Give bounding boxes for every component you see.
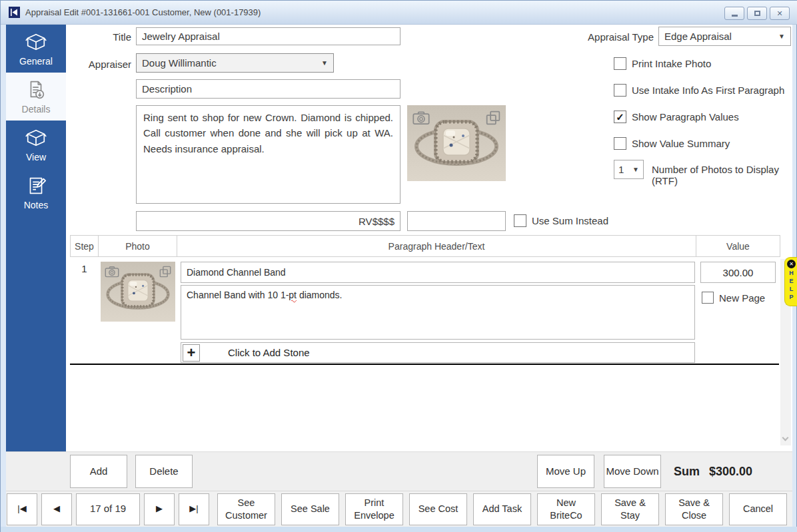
- copy-photos-icon[interactable]: [486, 111, 500, 125]
- sidebar-tab-label: View: [26, 152, 46, 162]
- photos-count-label: Number of Photos to Display (RTF): [652, 164, 792, 186]
- misspelled-word: pt: [289, 290, 297, 300]
- row-divider: [70, 364, 779, 365]
- package-icon: [25, 127, 47, 149]
- new-page-label: New Page: [719, 292, 765, 304]
- photos-count-dropdown[interactable]: 1 ▼: [614, 160, 644, 179]
- print-envelope-button[interactable]: Print Envelope: [345, 493, 403, 525]
- sidebar-tab-view[interactable]: View: [6, 121, 66, 168]
- minimize-button[interactable]: [724, 7, 744, 20]
- previous-record-button[interactable]: ◀: [41, 493, 72, 525]
- delete-button[interactable]: Delete: [135, 455, 193, 488]
- move-down-button[interactable]: Move Down: [604, 455, 661, 488]
- sidebar-tab-general[interactable]: General: [6, 25, 66, 73]
- sum-label: Sum: [674, 465, 700, 479]
- close-button[interactable]: ✕: [770, 7, 790, 20]
- help-close-icon[interactable]: ✕: [787, 260, 796, 268]
- sidebar-tab-label: Notes: [24, 200, 49, 210]
- column-header-paragraph: Paragraph Header/Text: [177, 235, 696, 257]
- column-header-value: Value: [696, 235, 780, 257]
- sidebar-tab-details[interactable]: Details: [6, 73, 66, 121]
- window-frame-bottom: [1, 527, 797, 532]
- move-up-button[interactable]: Move Up: [537, 455, 594, 488]
- chevron-down-icon: ▼: [321, 59, 328, 67]
- total-value-input[interactable]: [407, 211, 506, 231]
- add-stone-button[interactable]: + Click to Add Stone: [181, 342, 695, 363]
- title-label: Title: [79, 31, 131, 43]
- column-header-photo: Photo: [99, 235, 177, 257]
- use-sum-checkbox-row: Use Sum Instead: [514, 214, 608, 227]
- use-intake-info-label: Use Intake Info As First Paragraph: [632, 85, 784, 96]
- intake-notes-textarea[interactable]: Ring sent to shop for new Crown. Diamond…: [136, 105, 400, 204]
- paragraph-table-header: Step Photo Paragraph Header/Text Value: [70, 235, 780, 257]
- see-cost-button[interactable]: See Cost: [409, 493, 467, 525]
- camera-icon[interactable]: [412, 111, 430, 125]
- title-input[interactable]: Jewelry Appraisal: [136, 27, 400, 45]
- sidebar-tab-notes[interactable]: Notes: [6, 168, 66, 216]
- show-paragraph-values-row: ✓ Show Paragraph Values: [614, 111, 739, 123]
- paragraph-header-input[interactable]: Diamond Channel Band: [181, 262, 695, 283]
- add-stone-label: Click to Add Stone: [228, 347, 310, 358]
- print-intake-photo-row: Print Intake Photo: [614, 57, 711, 70]
- navigation-bar: |◀ ◀ 17 of 19 ▶ ▶| See Customer See Sale…: [6, 491, 792, 527]
- show-value-summary-row: Show Value Summary: [614, 137, 730, 150]
- add-task-button[interactable]: Add Task: [473, 493, 531, 525]
- add-button[interactable]: Add: [70, 455, 127, 488]
- new-briteco-button[interactable]: New BriteCo: [537, 493, 595, 525]
- column-header-step: Step: [70, 235, 99, 257]
- details-panel: Title Jewelry Appraisal Appraiser Doug W…: [66, 25, 792, 451]
- rv-value-input[interactable]: RV$$$$: [136, 211, 400, 231]
- appraisal-type-dropdown[interactable]: Edge Appraisal ▼: [658, 27, 791, 46]
- print-intake-photo-label: Print Intake Photo: [632, 58, 711, 69]
- copy-photos-icon[interactable]: [159, 266, 171, 278]
- see-sale-button[interactable]: See Sale: [281, 493, 339, 525]
- print-intake-photo-checkbox[interactable]: [614, 57, 626, 70]
- record-position: 17 of 19: [76, 493, 140, 525]
- description-input[interactable]: Description: [136, 79, 400, 99]
- sidebar-tab-label: Details: [22, 104, 51, 115]
- appraiser-dropdown[interactable]: Doug Willimantic ▼: [136, 53, 334, 73]
- step-photo[interactable]: [101, 262, 175, 322]
- titlebar: Appraisal Edit #001-131661-001 Customer,…: [1, 1, 797, 25]
- edge-app-icon: [9, 7, 20, 18]
- first-record-button[interactable]: |◀: [7, 493, 37, 525]
- cancel-button[interactable]: Cancel: [729, 493, 787, 525]
- minimize-icon: [732, 15, 738, 17]
- save-and-stay-button[interactable]: Save & Stay: [601, 493, 659, 525]
- use-intake-info-row: Use Intake Info As First Paragraph: [614, 84, 784, 97]
- sum-value: $300.00: [709, 465, 752, 479]
- new-page-checkbox[interactable]: [702, 292, 714, 304]
- maximize-icon: [754, 11, 760, 16]
- appraisal-type-value: Edge Appraisal: [664, 31, 732, 42]
- save-and-close-button[interactable]: Save & Close: [665, 493, 723, 525]
- photos-count-value: 1: [618, 164, 624, 175]
- step-value-input[interactable]: 300.00: [700, 262, 776, 283]
- show-paragraph-values-checkbox[interactable]: ✓: [614, 111, 626, 123]
- use-sum-label: Use Sum Instead: [532, 215, 608, 226]
- action-bar: Add Delete Move Up Move Down Sum $300.00: [6, 451, 792, 491]
- appraisal-type-label: Appraisal Type: [526, 31, 654, 43]
- checkmark: ✓: [616, 111, 624, 123]
- note-pencil-icon: [25, 174, 47, 197]
- see-customer-button[interactable]: See Customer: [217, 493, 275, 525]
- package-icon: [25, 31, 47, 53]
- camera-icon[interactable]: [105, 266, 119, 278]
- help-tab[interactable]: ✕ HELP: [784, 257, 797, 306]
- help-tab-label: HELP: [787, 270, 796, 302]
- paragraph-text-input[interactable]: Channel Band with 10 1-pt diamonds.: [181, 285, 695, 340]
- close-icon: ✕: [776, 9, 782, 18]
- chevron-down-icon: ▼: [632, 166, 639, 173]
- window-title: Appraisal Edit #001-131661-001 Customer,…: [25, 7, 261, 17]
- appraiser-value: Doug Willimantic: [142, 57, 217, 69]
- last-record-button[interactable]: ▶|: [179, 493, 209, 525]
- show-value-summary-checkbox[interactable]: [614, 137, 626, 150]
- maximize-button[interactable]: [747, 7, 767, 20]
- paragraph-text: diamonds.: [297, 290, 342, 300]
- use-intake-info-checkbox[interactable]: [614, 84, 626, 97]
- sidebar-tab-label: General: [19, 56, 53, 67]
- appraiser-label: Appraiser: [73, 59, 131, 70]
- use-sum-checkbox[interactable]: [514, 214, 526, 227]
- next-record-button[interactable]: ▶: [144, 493, 175, 525]
- appraisal-photo[interactable]: [407, 105, 506, 181]
- show-paragraph-values-label: Show Paragraph Values: [632, 111, 739, 123]
